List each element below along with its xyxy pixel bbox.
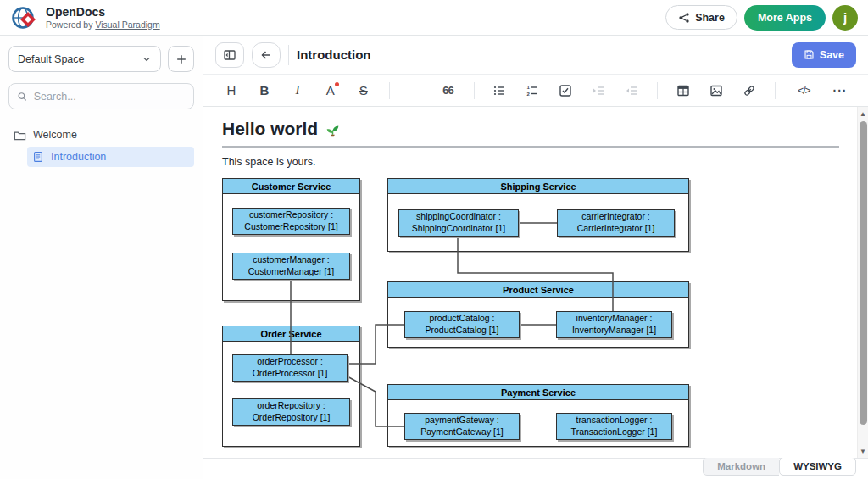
indent-decrease-button[interactable]	[624, 81, 639, 101]
search-box[interactable]	[8, 83, 194, 109]
save-label: Save	[820, 49, 844, 61]
service-title: Shipping Service	[388, 179, 688, 194]
service-title: Customer Service	[223, 179, 359, 194]
bullet-list-icon	[492, 84, 506, 97]
part-payment-gateway[interactable]: paymentGateway : PaymentGateway [1]	[404, 413, 520, 440]
strikethrough-button[interactable]: S	[356, 81, 371, 101]
ordered-list-icon: 1 2	[526, 84, 539, 97]
more-apps-button[interactable]: More Apps	[744, 5, 826, 31]
part-order-repository[interactable]: orderRepository : OrderRepository [1]	[232, 398, 350, 426]
ordered-list-button[interactable]: 1 2	[525, 81, 540, 101]
sidebar: Default Space	[0, 36, 203, 479]
task-list-icon	[559, 84, 572, 97]
toggle-sidebar-button[interactable]	[215, 42, 244, 68]
add-space-button[interactable]	[168, 46, 194, 72]
tree-item-introduction[interactable]: Introduction	[27, 147, 194, 167]
sidebar-panel-icon	[223, 48, 236, 62]
image-icon	[709, 84, 723, 97]
service-title: Order Service	[223, 326, 359, 342]
page-icon	[32, 151, 44, 163]
code-block-button[interactable]: </>	[793, 81, 815, 101]
font-color-button[interactable]: A	[323, 81, 338, 101]
toolbar-divider	[389, 82, 390, 99]
svg-text:2: 2	[527, 91, 531, 96]
blockquote-button[interactable]: 66	[441, 81, 456, 101]
table-icon	[676, 84, 690, 97]
app-title-block: OpenDocs Powered by Visual Paradigm	[46, 5, 160, 29]
search-input[interactable]	[34, 91, 186, 103]
scrollbar-thumb[interactable]	[860, 121, 867, 425]
part-order-processor[interactable]: orderProcessor : OrderProcessor [1]	[232, 354, 348, 382]
arrow-left-icon	[259, 48, 273, 62]
component-diagram[interactable]: Customer Service Shipping Service Produc…	[203, 107, 868, 458]
top-bar: OpenDocs Powered by Visual Paradigm Shar…	[0, 0, 868, 36]
bold-button[interactable]: B	[257, 81, 272, 101]
part-product-catalog[interactable]: productCatalog : ProductCatalog [1]	[404, 311, 520, 338]
part-shipping-coordinator[interactable]: shippingCoordinator : ShippingCoordinato…	[398, 209, 519, 237]
editor-content[interactable]: Hello world This space is yours. Custome…	[203, 107, 868, 458]
part-customer-manager[interactable]: customerManager : CustomerManager [1]	[232, 253, 350, 280]
toolbar-divider	[474, 82, 475, 99]
table-button[interactable]	[676, 81, 691, 101]
link-button[interactable]	[742, 81, 757, 101]
part-customer-repository[interactable]: customerRepository : CustomerRepository …	[232, 208, 350, 235]
space-selector[interactable]: Default Space	[8, 46, 161, 72]
editor-toolbar: H B I A S — 66 1	[203, 75, 868, 107]
scroll-down-arrow[interactable]: ▼	[858, 445, 868, 457]
search-icon	[17, 91, 28, 103]
bullet-list-button[interactable]	[492, 81, 507, 101]
page-tree: Welcome Introduction	[8, 125, 194, 167]
italic-button[interactable]: I	[290, 81, 305, 101]
tree-item-welcome[interactable]: Welcome	[8, 125, 194, 145]
tab-wysiwyg[interactable]: WYSIWYG	[779, 457, 856, 476]
save-icon	[804, 49, 815, 60]
folder-icon	[14, 129, 26, 142]
scroll-up-arrow[interactable]: ▲	[858, 108, 868, 120]
font-color-dot	[335, 82, 339, 86]
powered-by-prefix: Powered by	[46, 19, 92, 30]
tree-item-label: Welcome	[33, 129, 77, 141]
svg-text:1: 1	[527, 85, 531, 90]
vertical-scrollbar[interactable]: ▲ ▼	[857, 107, 868, 458]
header-divider	[288, 45, 289, 65]
share-icon	[678, 12, 690, 24]
powered-by: Powered by Visual Paradigm	[46, 19, 160, 30]
toolbar-divider	[775, 82, 776, 99]
part-inventory-manager[interactable]: inventoryManager : InventoryManager [1]	[556, 311, 672, 338]
heading-button[interactable]: H	[224, 81, 239, 101]
back-button[interactable]	[252, 42, 281, 68]
save-button[interactable]: Save	[792, 42, 856, 68]
share-label: Share	[695, 12, 725, 24]
font-color-glyph: A	[326, 83, 335, 97]
service-box-customer[interactable]: Customer Service	[222, 178, 360, 301]
link-icon	[743, 84, 756, 97]
part-carrier-integrator[interactable]: carrierIntegrator : CarrierIntegrator [1…	[557, 209, 675, 237]
visual-paradigm-logo	[10, 3, 39, 32]
share-button[interactable]: Share	[665, 5, 737, 30]
space-selector-value: Default Space	[18, 53, 85, 65]
tab-markdown[interactable]: Markdown	[703, 457, 779, 476]
tree-item-label: Introduction	[51, 151, 106, 163]
editor-mode-bar: Markdown WYSIWYG	[203, 458, 868, 479]
image-button[interactable]	[709, 81, 724, 101]
service-box-order[interactable]: Order Service	[222, 326, 360, 447]
topbar-actions: Share More Apps j	[665, 5, 858, 31]
horizontal-rule-button[interactable]: —	[408, 81, 423, 101]
toolbar-more-button[interactable]: ···	[832, 81, 848, 101]
user-avatar[interactable]: j	[832, 5, 858, 31]
indent-increase-button[interactable]	[591, 81, 606, 101]
service-title: Payment Service	[388, 385, 688, 400]
service-title: Product Service	[388, 282, 688, 298]
part-transaction-logger[interactable]: transactionLogger : TransactionLogger [1…	[556, 413, 672, 440]
chevron-down-icon	[142, 54, 152, 64]
visual-paradigm-link[interactable]: Visual Paradigm	[95, 19, 159, 30]
indent-decrease-icon	[625, 84, 638, 97]
document-header: Introduction Save	[203, 36, 868, 75]
toolbar-divider	[657, 82, 658, 99]
plus-icon	[175, 53, 187, 65]
task-list-button[interactable]	[558, 81, 573, 101]
app-name: OpenDocs	[46, 5, 160, 19]
page-title: Introduction	[297, 47, 370, 62]
indent-increase-icon	[592, 84, 605, 97]
